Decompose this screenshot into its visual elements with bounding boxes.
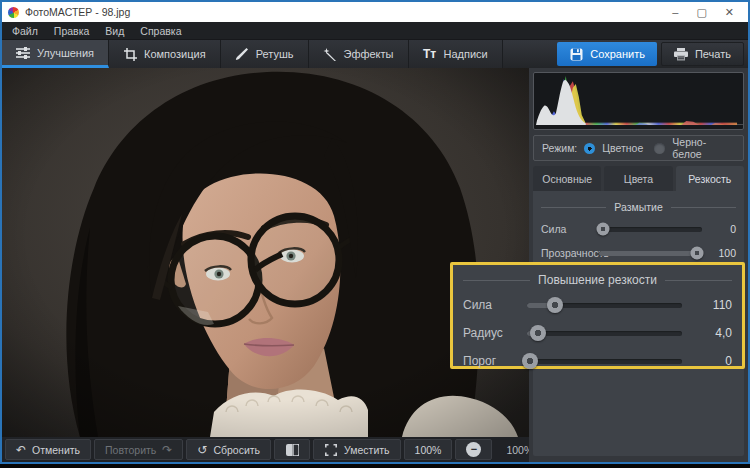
- slider-value: 110: [692, 298, 732, 312]
- sharpen-threshold-slider[interactable]: [527, 359, 682, 364]
- sharpen-radius-row: Радиус 4,0: [463, 326, 732, 340]
- compare-button[interactable]: [274, 439, 310, 460]
- sharpen-section-highlight: Повышение резкости Сила 110 Радиус 4,: [450, 262, 745, 369]
- maximize-button[interactable]: ▢: [696, 3, 706, 21]
- reset-button[interactable]: ↺ Сбросить: [186, 439, 271, 460]
- sharpen-radius-slider[interactable]: [527, 331, 682, 336]
- photo-canvas[interactable]: [2, 68, 529, 437]
- blur-section-title: Размытие: [541, 201, 736, 213]
- app-logo-icon: [8, 7, 19, 18]
- redo-label: Повторить: [105, 444, 156, 456]
- reset-icon: ↺: [197, 444, 207, 456]
- sharpen-strength-row: Сила 110: [463, 298, 732, 312]
- tab-effects[interactable]: Эффекты: [309, 40, 409, 68]
- menu-file[interactable]: Файл: [12, 25, 38, 37]
- blur-opacity-slider[interactable]: [599, 251, 702, 256]
- fit-screen-icon: [324, 443, 338, 457]
- magic-wand-icon: [323, 47, 337, 61]
- print-label: Печать: [695, 48, 731, 60]
- panel-tab-sharpness[interactable]: Резкость: [676, 166, 744, 191]
- crop-icon: [123, 47, 137, 61]
- slider-handle[interactable]: [522, 353, 538, 369]
- undo-label: Отменить: [32, 444, 80, 456]
- mode-selector: Режим: Цветное Черно-белое: [533, 135, 744, 161]
- histogram: [533, 72, 744, 130]
- radio-bw-label[interactable]: Черно-белое: [672, 136, 731, 160]
- menu-bar: Файл Правка Вид Справка: [2, 22, 748, 40]
- minimize-button[interactable]: –: [672, 3, 678, 21]
- slider-label: Порог: [463, 354, 527, 368]
- tab-label: Композиция: [144, 48, 206, 60]
- reset-label: Сбросить: [213, 444, 260, 456]
- minus-icon: −: [466, 442, 481, 457]
- fit-label: Уместить: [344, 444, 389, 456]
- tab-composition[interactable]: Композиция: [109, 40, 221, 68]
- close-button[interactable]: ✕: [725, 3, 734, 21]
- radio-bw[interactable]: [654, 143, 665, 154]
- slider-label: Радиус: [463, 326, 527, 340]
- mode-label: Режим:: [542, 142, 577, 154]
- title-bar[interactable]: ФотоМАСТЕР - 98.jpg – ▢ ✕: [2, 2, 748, 22]
- portrait-photo: [2, 68, 529, 437]
- slider-value: 0: [692, 354, 732, 368]
- sliders-icon: [16, 46, 30, 60]
- app-window: ФотоМАСТЕР - 98.jpg – ▢ ✕ Файл Правка Ви…: [0, 0, 750, 468]
- slider-label: Сила: [541, 223, 599, 235]
- tab-label: Ретушь: [256, 48, 294, 60]
- slider-handle[interactable]: [530, 325, 546, 341]
- blur-strength-slider[interactable]: [599, 227, 702, 232]
- slider-value: 100: [702, 247, 736, 259]
- printer-icon: [674, 47, 688, 61]
- main-toolbar: Улучшения Композиция Ретушь Эффекты: [2, 40, 748, 68]
- slider-handle[interactable]: [597, 223, 610, 236]
- tab-label: Надписи: [444, 48, 488, 60]
- undo-icon: ↶: [16, 444, 26, 456]
- radio-color[interactable]: [584, 143, 595, 154]
- menu-help[interactable]: Справка: [140, 25, 181, 37]
- panel-tabs: Основные Цвета Резкость: [533, 166, 744, 191]
- fit-button[interactable]: Уместить: [313, 439, 400, 460]
- redo-icon: ↷: [162, 444, 172, 456]
- zoom-preset-button[interactable]: 100%: [404, 439, 453, 460]
- blur-opacity-row: Прозрачность 100: [541, 247, 736, 259]
- save-button[interactable]: Сохранить: [557, 42, 657, 66]
- brush-icon: [235, 47, 249, 61]
- menu-edit[interactable]: Правка: [54, 25, 89, 37]
- bottom-toolbar: ↶ Отменить Повторить ↷ ↺ Сбросить: [2, 437, 529, 462]
- window-title: ФотоМАСТЕР - 98.jpg: [25, 6, 130, 18]
- tab-label: Улучшения: [37, 47, 94, 59]
- print-button[interactable]: Печать: [661, 42, 744, 66]
- radio-color-label[interactable]: Цветное: [602, 142, 643, 154]
- save-label: Сохранить: [590, 48, 645, 60]
- before-after-icon: [285, 443, 299, 457]
- menu-view[interactable]: Вид: [105, 25, 124, 37]
- slider-value: 4,0: [692, 326, 732, 340]
- slider-value: 0: [702, 223, 736, 235]
- blur-strength-row: Сила 0: [541, 223, 736, 235]
- zoom-out-button[interactable]: −: [455, 439, 492, 460]
- window-bottom-edge: [0, 464, 750, 468]
- redo-button[interactable]: Повторить ↷: [94, 439, 183, 460]
- slider-label: Сила: [463, 298, 527, 312]
- main-area: ↶ Отменить Повторить ↷ ↺ Сбросить: [2, 68, 748, 462]
- panel-tab-basic[interactable]: Основные: [533, 166, 601, 191]
- slider-handle[interactable]: [690, 247, 703, 260]
- tab-captions[interactable]: Tт Надписи: [409, 40, 503, 68]
- save-icon: [569, 47, 583, 61]
- sharpen-threshold-row: Порог 0: [463, 354, 732, 368]
- slider-handle[interactable]: [547, 297, 563, 313]
- text-icon: Tт: [423, 47, 437, 61]
- tab-label: Эффекты: [344, 48, 394, 60]
- tab-retouch[interactable]: Ретушь: [221, 40, 309, 68]
- undo-button[interactable]: ↶ Отменить: [5, 439, 91, 460]
- panel-tab-colors[interactable]: Цвета: [604, 166, 672, 191]
- sharpen-strength-slider[interactable]: [527, 303, 682, 308]
- sharpen-section-title: Повышение резкости: [463, 273, 732, 287]
- photomaster-window: ФотоМАСТЕР - 98.jpg – ▢ ✕ Файл Правка Ви…: [0, 0, 750, 464]
- slider-label: Прозрачность: [541, 247, 599, 259]
- tab-enhancements[interactable]: Улучшения: [2, 40, 109, 68]
